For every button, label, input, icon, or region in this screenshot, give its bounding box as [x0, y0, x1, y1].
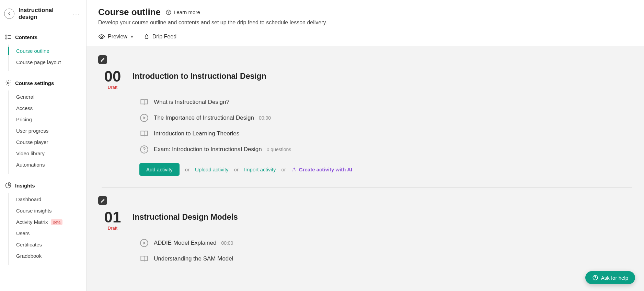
svg-point-6 [168, 13, 169, 14]
section-status: Draft [102, 226, 124, 231]
nav-section-label: Contents [15, 34, 37, 40]
activity-item[interactable]: Understanding the SAM Model [139, 254, 632, 264]
activity-item[interactable]: ADDIE Model Explained00:00 [139, 238, 632, 248]
drip-feed-label: Drip Feed [152, 34, 176, 40]
nav-item-activity-matrix[interactable]: Activity MatrixBeta [9, 216, 86, 228]
preview-button[interactable]: Preview ▼ [98, 33, 134, 40]
nav-item-dashboard[interactable]: Dashboard [9, 194, 86, 205]
pencil-icon [100, 198, 105, 203]
nav-item-course-outline[interactable]: Course outline [9, 45, 86, 57]
help-circle-icon [165, 9, 172, 15]
nav-section-label: Insights [15, 183, 35, 189]
or-separator: or [281, 167, 286, 172]
quiz-icon [139, 145, 149, 154]
nav-item-label: Course player [16, 139, 48, 145]
svg-rect-1 [6, 38, 7, 39]
nav-item-label: Automations [16, 162, 45, 168]
nav-item-pricing[interactable]: Pricing [9, 114, 86, 125]
reading-icon [139, 129, 149, 138]
nav-item-label: Dashboard [16, 196, 41, 202]
nav-item-label: Access [16, 105, 33, 111]
nav-item-certificates[interactable]: Certificates [9, 239, 86, 250]
more-menu-button[interactable]: ··· [71, 9, 81, 19]
section-actions: Add activityorUpload activityorImport ac… [139, 163, 632, 176]
or-separator: or [234, 167, 239, 172]
back-button[interactable] [4, 9, 14, 19]
pie-icon [5, 182, 12, 189]
svg-point-7 [101, 36, 103, 38]
or-separator: or [185, 167, 189, 172]
chevron-down-icon: ▼ [130, 35, 134, 39]
nav-item-label: Certificates [16, 242, 42, 247]
activity-item[interactable]: What is Instructional Design? [139, 97, 632, 107]
nav-item-course-insights[interactable]: Course insights [9, 205, 86, 216]
edit-section-button[interactable] [98, 55, 107, 64]
reading-icon [139, 254, 149, 264]
course-name: Instructional design [19, 7, 67, 21]
sidebar-header: Instructional design ··· [0, 0, 86, 27]
nav-item-course-player[interactable]: Course player [9, 136, 86, 148]
create-with-ai-link[interactable]: Create activity with AI [291, 167, 352, 172]
nav-item-label: Activity Matrix [16, 219, 48, 225]
upload-activity-link[interactable]: Upload activity [195, 167, 229, 172]
activity-title: The Importance of Instructional Design [154, 114, 254, 121]
nav-item-users[interactable]: Users [9, 228, 86, 239]
add-activity-button[interactable]: Add activity [139, 163, 180, 176]
nav-item-general[interactable]: General [9, 91, 86, 102]
nav-section-label: Course settings [15, 80, 54, 86]
list-icon [5, 34, 12, 40]
nav-section-course-settings[interactable]: Course settings [0, 75, 86, 90]
section-number: 00 [102, 69, 124, 84]
nav-item-automations[interactable]: Automations [9, 159, 86, 170]
activity-meta: 0 questions [267, 147, 291, 152]
nav-item-label: Gradebook [16, 253, 42, 259]
activity-title: Exam: Introduction to Instructional Desi… [154, 146, 262, 153]
svg-point-13 [595, 279, 595, 279]
nav-section-contents[interactable]: Contents [0, 29, 86, 45]
nav-item-label: General [16, 94, 34, 100]
activity-title: What is Instructional Design? [154, 99, 229, 106]
sparkle-icon [291, 167, 297, 172]
nav-item-label: Users [16, 230, 30, 236]
drip-feed-button[interactable]: Drip Feed [143, 34, 176, 40]
sidebar: Instructional design ··· ContentsCourse … [0, 0, 87, 291]
course-section: 00DraftIntroduction to Instructional Des… [98, 55, 632, 188]
svg-point-4 [8, 82, 9, 84]
main-content: Course outline Learn more Develop your c… [87, 0, 644, 291]
learn-more-label: Learn more [174, 9, 200, 15]
help-circle-icon [592, 275, 598, 281]
nav-item-video-library[interactable]: Video library [9, 148, 86, 159]
activity-item[interactable]: The Importance of Instructional Design00… [139, 113, 632, 123]
activity-title: Introduction to Learning Theories [154, 130, 239, 137]
activity-meta: 00:00 [259, 115, 271, 121]
edit-section-button[interactable] [98, 196, 107, 205]
nav-item-label: Pricing [16, 117, 32, 122]
section-title: Instructional Design Models [133, 213, 238, 222]
nav-item-label: User progress [16, 128, 48, 134]
activity-title: Understanding the SAM Model [154, 255, 233, 262]
help-fab-label: Ask for help [601, 275, 628, 281]
nav-section-insights[interactable]: Insights [0, 178, 86, 193]
activity-item[interactable]: Introduction to Learning Theories [139, 129, 632, 138]
nav-item-course-page-layout[interactable]: Course page layout [9, 57, 86, 68]
arrow-left-icon [7, 11, 12, 16]
learn-more-link[interactable]: Learn more [165, 9, 200, 15]
nav-item-gradebook[interactable]: Gradebook [9, 250, 86, 262]
activity-meta: 00:00 [221, 240, 233, 246]
page-toolbar: Preview ▼ Drip Feed [98, 33, 632, 40]
video-icon [139, 113, 149, 123]
nav-item-user-progress[interactable]: User progress [9, 125, 86, 136]
activity-item[interactable]: Exam: Introduction to Instructional Desi… [139, 145, 632, 154]
drop-icon [143, 34, 150, 40]
nav-item-access[interactable]: Access [9, 102, 86, 114]
sections-area: 00DraftIntroduction to Instructional Des… [87, 46, 644, 291]
course-section: 01DraftInstructional Design ModelsADDIE … [98, 196, 632, 264]
import-activity-link[interactable]: Import activity [244, 167, 276, 172]
section-status: Draft [102, 85, 124, 90]
nav-item-label: Course outline [16, 48, 49, 54]
preview-label: Preview [108, 34, 127, 40]
page-description: Develop your course outline and contents… [98, 20, 632, 26]
video-icon [139, 238, 149, 248]
page-title: Course outline [98, 7, 161, 17]
ask-for-help-button[interactable]: Ask for help [585, 271, 635, 284]
